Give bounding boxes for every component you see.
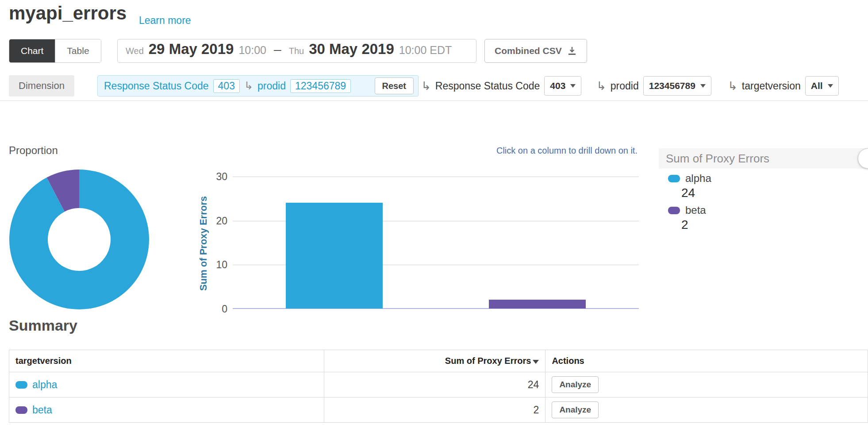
drilldown-targetversion: ↳ targetversion All bbox=[728, 75, 839, 96]
donut-slice-alpha[interactable] bbox=[9, 170, 149, 309]
col-header-actions: Actions bbox=[545, 350, 868, 372]
donut-chart[interactable] bbox=[8, 169, 150, 310]
alpha-series-swatch bbox=[15, 381, 27, 389]
drilldown-arrow-icon: ↳ bbox=[596, 80, 606, 92]
bar-beta[interactable] bbox=[489, 300, 586, 309]
legend-title: Sum of Proxy Errors bbox=[666, 152, 769, 166]
view-toggle: Chart Table bbox=[9, 39, 101, 63]
proportion-label: Proportion bbox=[9, 144, 58, 157]
analyze-alpha-button[interactable]: Analyze bbox=[552, 376, 599, 393]
table-row-beta: beta 2 Analyze bbox=[9, 397, 868, 423]
targetversion-select[interactable]: All bbox=[805, 76, 839, 96]
drilldown-prodid: ↳ prodid 123456789 bbox=[596, 75, 711, 96]
caret-down-icon bbox=[828, 84, 833, 88]
drilldown-arrow-icon: ↳ bbox=[728, 80, 737, 92]
table-header-row: targetversion Sum of Proxy Errors Action… bbox=[9, 350, 868, 372]
col-header-sum-of-proxy-errors[interactable]: Sum of Proxy Errors bbox=[324, 350, 545, 372]
y-tick-30: 30 bbox=[207, 171, 227, 183]
selected-value: 403 bbox=[550, 81, 565, 91]
drilldown-label: Response Status Code bbox=[435, 80, 540, 92]
sort-desc-icon bbox=[533, 360, 539, 364]
summary-title: Summary bbox=[9, 317, 77, 334]
legend-item-label: beta bbox=[685, 204, 706, 216]
beta-series-swatch bbox=[15, 406, 27, 414]
end-day: Thu bbox=[289, 46, 304, 56]
breadcrumb-value-2[interactable]: 123456789 bbox=[290, 79, 351, 93]
bar-plot bbox=[233, 177, 639, 309]
chart-view-button[interactable]: Chart bbox=[9, 39, 55, 62]
drilldown-label: prodid bbox=[611, 80, 639, 92]
learn-more-link[interactable]: Learn more bbox=[139, 15, 191, 27]
date-range-text: Wed 29 May 2019 10:00 – Thu 30 May 2019 … bbox=[126, 41, 452, 58]
bar-chart-y-axis-label: Sum of Proxy Errors bbox=[198, 196, 209, 291]
csv-button-label: Combined CSV bbox=[495, 46, 562, 56]
bar-alpha[interactable] bbox=[286, 203, 383, 309]
drilldown-arrow-icon: ↳ bbox=[421, 80, 431, 92]
drilldown-hint: Click on a column to drill down on it. bbox=[496, 146, 638, 156]
drilldown-arrow-icon: ↳ bbox=[244, 81, 253, 91]
selected-value: 123456789 bbox=[649, 81, 695, 91]
analyze-beta-button[interactable]: Analyze bbox=[552, 401, 599, 418]
beta-link[interactable]: beta bbox=[32, 404, 52, 416]
table-view-button[interactable]: Table bbox=[55, 39, 100, 62]
legend-item-value: 2 bbox=[681, 218, 688, 232]
dimension-label: Dimension bbox=[9, 75, 74, 96]
drilldown-label: targetversion bbox=[742, 80, 801, 92]
table-row-alpha: alpha 24 Analyze bbox=[9, 372, 868, 397]
date-range-picker[interactable]: Wed 29 May 2019 10:00 – Thu 30 May 2019 … bbox=[117, 39, 476, 63]
breadcrumb-dimension-1[interactable]: Response Status Code bbox=[104, 80, 209, 92]
breadcrumb-value-1[interactable]: 403 bbox=[213, 79, 240, 93]
breadcrumb-dimension-2[interactable]: prodid bbox=[257, 80, 286, 92]
download-icon bbox=[567, 46, 577, 56]
alpha-link[interactable]: alpha bbox=[32, 379, 57, 391]
alpha-value: 24 bbox=[324, 372, 545, 397]
dimension-breadcrumb: Response Status Code 403 ↳ prodid 123456… bbox=[97, 75, 419, 96]
start-date: 29 May 2019 bbox=[149, 41, 234, 58]
reset-button[interactable]: Reset bbox=[375, 77, 414, 94]
y-tick-20: 20 bbox=[207, 215, 227, 227]
page-title: myapi_errors bbox=[9, 3, 127, 24]
legend-item-alpha: alpha bbox=[668, 172, 711, 185]
caret-down-icon bbox=[700, 84, 706, 88]
drilldown-response-status-code: ↳ Response Status Code 403 bbox=[421, 75, 581, 96]
y-tick-10: 10 bbox=[207, 259, 227, 271]
caret-down-icon bbox=[570, 84, 576, 88]
section-divider bbox=[0, 100, 868, 101]
selected-value: All bbox=[811, 81, 823, 91]
y-tick-0: 0 bbox=[207, 303, 227, 315]
start-day: Wed bbox=[126, 46, 144, 56]
col-header-targetversion: targetversion bbox=[9, 350, 324, 372]
gridline-30 bbox=[233, 177, 639, 177]
custom-report-page: myapi_errors Learn more Chart Table Wed … bbox=[0, 0, 868, 432]
response-status-code-select[interactable]: 403 bbox=[544, 76, 581, 96]
summary-table: targetversion Sum of Proxy Errors Action… bbox=[9, 350, 868, 423]
legend-header: Sum of Proxy Errors bbox=[659, 148, 868, 169]
beta-series-swatch bbox=[668, 207, 680, 214]
start-time: 10:00 bbox=[238, 44, 266, 57]
legend-item-beta: beta bbox=[668, 204, 706, 216]
legend-item-value: 24 bbox=[681, 186, 695, 200]
legend-item-label: alpha bbox=[685, 172, 711, 185]
beta-value: 2 bbox=[324, 397, 545, 423]
end-time: 10:00 EDT bbox=[399, 44, 452, 57]
prodid-select[interactable]: 123456789 bbox=[643, 76, 711, 96]
alpha-series-swatch bbox=[668, 175, 680, 182]
date-separator: – bbox=[274, 42, 281, 57]
end-date: 30 May 2019 bbox=[309, 41, 394, 58]
combined-csv-button[interactable]: Combined CSV bbox=[484, 39, 587, 63]
